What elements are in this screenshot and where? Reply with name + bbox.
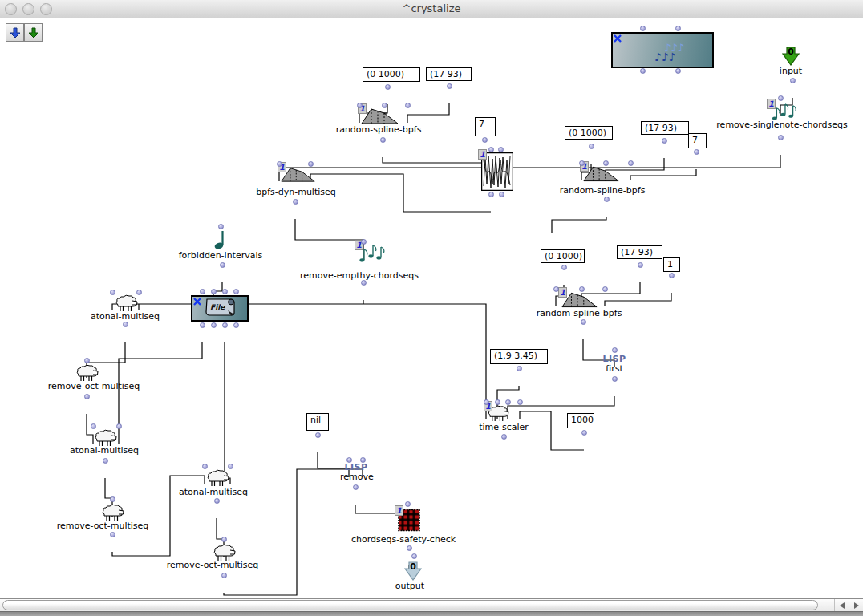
outlet-dot[interactable] [84,394,90,399]
value-box[interactable]: (0 1000) [363,67,420,82]
inlet-dot[interactable] [675,26,681,31]
outlet-dot[interactable] [638,262,643,268]
inlet-dot[interactable] [612,347,618,353]
outlet-dot[interactable] [214,498,220,504]
outlet-dot[interactable] [589,144,594,149]
scroll-left-button[interactable] [834,599,849,611]
inlet-dot[interactable] [405,103,411,108]
outlet-dot[interactable] [361,280,367,286]
inlet-dot[interactable] [553,286,559,292]
value-box[interactable]: 1 [663,257,680,272]
outlet-dot[interactable] [669,273,675,278]
outlet-dot[interactable] [612,376,618,382]
node-atonal-multiseq-2[interactable] [94,428,117,447]
inlet-dot[interactable] [360,457,366,463]
outlet-dot[interactable] [233,322,239,328]
node-maquette-box[interactable]: ♪♪♪ ♪♪♪ [611,32,714,68]
outlet-dot[interactable] [482,137,488,143]
node-remove-oct-multiseq-3[interactable] [213,543,236,561]
inlet-dot[interactable] [628,160,634,166]
outlet-dot[interactable] [640,68,646,74]
inlet-dot[interactable] [484,399,489,405]
inlet-dot[interactable] [222,289,228,294]
inlet-dot[interactable] [233,289,239,294]
outlet-dot[interactable] [353,484,359,490]
inlet-dot[interactable] [411,553,417,559]
outlet-dot[interactable] [315,432,321,438]
value-box[interactable]: 7 [688,133,707,148]
outlet-dot[interactable] [581,319,586,325]
toolbar-button-blue-arrow[interactable] [6,23,24,42]
outlet-dot[interactable] [222,322,228,328]
inlet-dot[interactable] [640,26,646,31]
patch-cord[interactable] [279,155,780,181]
inlet-dot[interactable] [357,103,363,108]
patch-cord[interactable] [630,169,696,180]
value-box[interactable]: 1000 [567,413,594,428]
eval-count-badge[interactable]: 1 [767,99,776,109]
outlet-dot[interactable] [123,322,128,327]
node-lisp-first[interactable]: LISP first [598,355,630,374]
node-patch-file-box[interactable]: File [191,295,249,322]
outlet-dot[interactable] [110,532,115,537]
value-box[interactable]: (17 93) [426,67,472,81]
patch-cord[interactable] [407,103,449,123]
outlet-dot[interactable] [604,197,610,202]
eval-count-badge[interactable]: 1 [558,287,567,298]
inlet-dot[interactable] [218,224,224,229]
eval-count-badge[interactable]: 1 [478,149,487,160]
patch-cord[interactable] [87,414,93,444]
patch-cord[interactable] [605,293,671,306]
titlebar[interactable]: ^crystalize [0,0,863,18]
inlet-dot[interactable] [200,289,205,294]
patch-cord[interactable] [363,300,486,419]
value-box[interactable]: (0 1000) [541,249,585,263]
inlet-dot[interactable] [498,147,504,152]
inlet-dot[interactable] [228,464,233,469]
scrollbar-thumb[interactable] [2,600,818,610]
inlet-dot[interactable] [603,160,609,166]
outlet-dot[interactable] [221,573,227,578]
inlet-dot[interactable] [505,399,511,405]
inlet-dot[interactable] [136,290,142,295]
inlet-dot[interactable] [91,424,96,429]
inlet-dot[interactable] [382,103,387,108]
outlet-dot[interactable] [662,138,667,144]
inlet-dot[interactable] [579,160,585,166]
outlet-dot[interactable] [501,434,507,440]
value-box[interactable]: 7 [475,117,496,136]
outlet-dot[interactable] [103,458,108,464]
inlet-dot[interactable] [84,358,90,363]
node-remove-oct-multiseq-2[interactable] [101,503,124,521]
patch-cord[interactable] [119,342,202,444]
value-box[interactable]: (17 93) [641,121,689,135]
inlet-dot[interactable] [116,424,122,429]
outlet-dot[interactable] [778,135,784,140]
node-atonal-multiseq-3[interactable] [206,468,229,487]
node-random-spline-bpfs-1[interactable] [361,107,399,124]
inlet-dot[interactable] [277,161,282,167]
toolbar-button-green-arrow[interactable] [24,23,43,42]
inlet-dot[interactable] [211,289,217,294]
outlet-dot[interactable] [581,430,587,436]
node-atonal-multiseq-1[interactable] [115,294,138,312]
outlet-dot[interactable] [790,78,796,83]
horizontal-scrollbar[interactable] [0,598,863,611]
eval-count-badge[interactable]: 1 [395,505,403,516]
scroll-right-button[interactable] [849,599,863,611]
node-lisp-remove[interactable]: LISP remove [340,463,372,482]
outlet-dot[interactable] [488,192,494,197]
inlet-dot[interactable] [405,501,411,507]
node-input[interactable]: 0 [782,47,800,66]
value-box[interactable]: (17 93) [617,245,662,259]
outlet-dot[interactable] [447,83,452,89]
outlet-dot[interactable] [200,322,205,328]
outlet-dot[interactable] [561,265,567,270]
outlet-dot[interactable] [211,322,217,328]
inlet-dot[interactable] [221,537,227,542]
patch-cord[interactable] [383,157,491,167]
inlet-dot[interactable] [602,286,608,292]
value-box[interactable]: (0 1000) [565,126,613,140]
outlet-dot[interactable] [499,192,504,197]
patch-cord[interactable] [295,219,363,259]
